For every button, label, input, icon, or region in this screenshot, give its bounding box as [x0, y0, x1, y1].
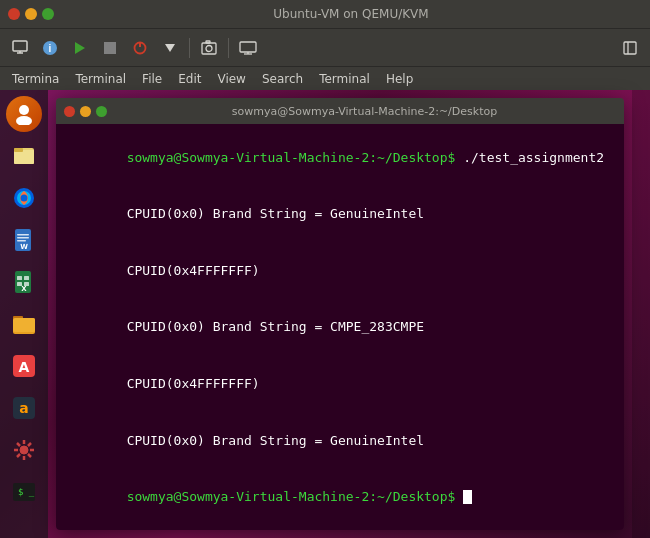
computer-icon[interactable]	[6, 34, 34, 62]
svg-rect-21	[14, 150, 34, 164]
screenshot-button[interactable]	[195, 34, 223, 62]
menu-file[interactable]: File	[134, 68, 170, 90]
terminal-line-6: CPUID(0x0) Brand String = GenuineIntel	[64, 413, 616, 470]
svg-point-19	[16, 116, 32, 125]
terminal-maximize-button[interactable]	[96, 106, 107, 117]
terminal-minimize-button[interactable]	[80, 106, 91, 117]
main-area: W X A	[0, 90, 650, 538]
menu-terminal[interactable]: Terminal	[67, 68, 134, 90]
svg-rect-27	[17, 234, 29, 236]
dock-firefox[interactable]	[4, 178, 44, 218]
svg-line-49	[17, 443, 20, 446]
terminal-title-bar: sowmya@Sowmya-Virtual-Machine-2:~/Deskto…	[56, 98, 624, 124]
terminal-output-4: CPUID(0x4FFFFFFF)	[127, 376, 260, 391]
svg-rect-28	[17, 237, 29, 239]
terminal-command-1: ./test_assignment2	[463, 150, 604, 165]
terminal-line-7: sowmya@Sowmya-Virtual-Machine-2:~/Deskto…	[64, 469, 616, 526]
display-button[interactable]	[234, 34, 262, 62]
terminal-line-3: CPUID(0x4FFFFFFF)	[64, 243, 616, 300]
power-button[interactable]	[126, 34, 154, 62]
terminal-line-5: CPUID(0x4FFFFFFF)	[64, 356, 616, 413]
svg-line-50	[28, 454, 31, 457]
terminal-body[interactable]: sowmya@Sowmya-Virtual-Machine-2:~/Deskto…	[56, 124, 624, 530]
svg-text:i: i	[49, 43, 52, 54]
resize-button[interactable]	[616, 34, 644, 62]
cursor	[463, 490, 472, 504]
svg-line-52	[17, 454, 20, 457]
menu-bar: Termina Terminal File Edit View Search T…	[0, 66, 650, 90]
toolbar-separator	[189, 38, 190, 58]
dropdown-button[interactable]	[156, 34, 184, 62]
svg-text:$ _: $ _	[18, 487, 35, 497]
toolbar: i	[0, 28, 650, 66]
svg-rect-10	[202, 43, 216, 54]
window-title: Ubuntu-VM on QEMU/KVM	[60, 7, 642, 21]
right-panel	[632, 90, 650, 538]
dock-spreadsheet[interactable]: X	[4, 262, 44, 302]
menu-view[interactable]: View	[209, 68, 253, 90]
svg-rect-32	[17, 276, 22, 280]
toolbar-separator-2	[228, 38, 229, 58]
close-button[interactable]	[8, 8, 20, 20]
svg-point-11	[206, 45, 212, 51]
svg-rect-33	[24, 276, 29, 280]
terminal-output-3: CPUID(0x0) Brand String = CMPE_283CMPE	[127, 319, 424, 334]
svg-text:A: A	[19, 359, 30, 375]
menu-edit[interactable]: Edit	[170, 68, 209, 90]
svg-text:W: W	[20, 243, 28, 251]
terminal-line-2: CPUID(0x0) Brand String = GenuineIntel	[64, 187, 616, 244]
dock: W X A	[0, 90, 48, 538]
dock-appstore[interactable]: A	[4, 346, 44, 386]
menu-termina[interactable]: Termina	[4, 68, 67, 90]
svg-rect-0	[13, 41, 27, 51]
dock-avatar[interactable]	[4, 94, 44, 134]
terminal-line-1: sowmya@Sowmya-Virtual-Machine-2:~/Deskto…	[64, 130, 616, 187]
avatar-icon	[6, 96, 42, 132]
svg-point-25	[21, 195, 28, 202]
svg-rect-22	[14, 148, 23, 152]
info-button[interactable]: i	[36, 34, 64, 62]
stop-button[interactable]	[96, 34, 124, 62]
terminal-title: sowmya@Sowmya-Virtual-Machine-2:~/Deskto…	[113, 105, 616, 118]
svg-point-44	[20, 446, 28, 454]
svg-rect-6	[104, 42, 116, 54]
dock-folder[interactable]	[4, 304, 44, 344]
dock-settings[interactable]	[4, 430, 44, 470]
svg-rect-16	[624, 42, 636, 54]
window-controls	[8, 8, 54, 20]
svg-rect-39	[13, 318, 35, 332]
terminal-output-5: CPUID(0x0) Brand String = GenuineIntel	[127, 433, 424, 448]
dock-document[interactable]: W	[4, 220, 44, 260]
menu-help[interactable]: Help	[378, 68, 421, 90]
svg-text:X: X	[21, 285, 27, 293]
terminal-close-button[interactable]	[64, 106, 75, 117]
svg-marker-9	[165, 44, 175, 52]
minimize-button[interactable]	[25, 8, 37, 20]
terminal-controls	[64, 106, 107, 117]
svg-marker-5	[75, 42, 85, 54]
svg-rect-13	[240, 42, 256, 52]
title-bar: Ubuntu-VM on QEMU/KVM	[0, 0, 650, 28]
terminal-prompt-2: sowmya@Sowmya-Virtual-Machine-2:~/Deskto…	[127, 489, 464, 504]
dock-amazon[interactable]: a	[4, 388, 44, 428]
terminal-output-1: CPUID(0x0) Brand String = GenuineIntel	[127, 206, 424, 221]
menu-search[interactable]: Search	[254, 68, 311, 90]
terminal-prompt-1: sowmya@Sowmya-Virtual-Machine-2:~/Deskto…	[127, 150, 464, 165]
menu-terminal2[interactable]: Terminal	[311, 68, 378, 90]
svg-rect-29	[17, 240, 26, 242]
terminal-window: sowmya@Sowmya-Virtual-Machine-2:~/Deskto…	[56, 98, 624, 530]
dock-terminal[interactable]: $ _	[4, 472, 44, 512]
svg-rect-12	[206, 41, 210, 43]
svg-point-18	[19, 105, 29, 115]
play-button[interactable]	[66, 34, 94, 62]
terminal-output-2: CPUID(0x4FFFFFFF)	[127, 263, 260, 278]
dock-files[interactable]	[4, 136, 44, 176]
terminal-line-4: CPUID(0x0) Brand String = CMPE_283CMPE	[64, 300, 616, 357]
maximize-button[interactable]	[42, 8, 54, 20]
svg-text:a: a	[19, 400, 28, 416]
svg-line-51	[28, 443, 31, 446]
